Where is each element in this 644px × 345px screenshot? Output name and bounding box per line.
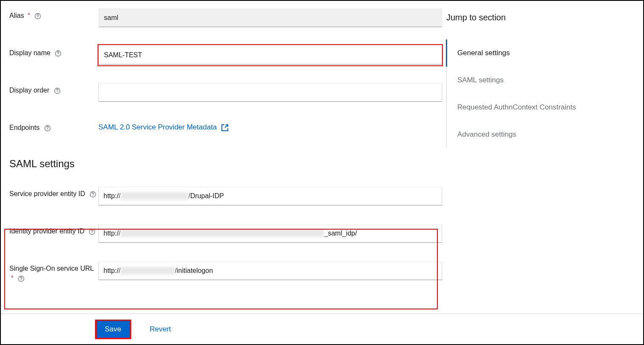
sso-url-label-text: Single Sign-On service URL	[9, 265, 94, 272]
endpoints-label-text: Endpoints	[9, 124, 39, 131]
display-order-label: Display order	[9, 83, 98, 95]
idp-entity-id-label-text: Identity provider entity ID	[9, 227, 84, 235]
sso-url-input[interactable]	[98, 261, 442, 280]
svg-point-7	[47, 129, 48, 130]
idp-entity-id-input[interactable]	[98, 224, 442, 243]
svg-point-11	[92, 233, 92, 233]
display-name-label: Display name	[9, 46, 98, 58]
alias-label: Alias *	[9, 8, 98, 20]
jump-nav-list: General settings SAML settings Requested…	[446, 39, 643, 148]
help-icon[interactable]	[89, 228, 95, 235]
jump-to-section-title: Jump to section	[446, 13, 643, 22]
revert-button[interactable]: Revert	[141, 321, 179, 338]
sp-entity-id-input[interactable]	[98, 187, 442, 205]
saml-metadata-link[interactable]: SAML 2.0 Service Provider Metadata	[98, 123, 228, 131]
nav-general-settings[interactable]: General settings	[446, 39, 643, 67]
sp-entity-id-label-text: Service provider entity ID	[9, 190, 85, 197]
svg-point-9	[93, 196, 93, 196]
display-order-label-text: Display order	[9, 87, 49, 94]
alias-input	[98, 8, 442, 27]
save-button[interactable]: Save	[96, 321, 130, 338]
nav-advanced-settings[interactable]: Advanced settings	[446, 121, 643, 148]
help-icon[interactable]	[90, 191, 96, 198]
required-indicator: *	[28, 11, 30, 18]
idp-entity-id-label: Identity provider entity ID	[9, 224, 98, 236]
sp-entity-id-label: Service provider entity ID	[9, 187, 98, 199]
svg-point-5	[57, 92, 57, 93]
help-icon[interactable]	[34, 13, 41, 20]
alias-label-text: Alias	[9, 12, 24, 19]
highlight-save: Save	[95, 320, 131, 339]
svg-point-13	[21, 280, 21, 280]
display-name-input[interactable]	[98, 46, 442, 65]
svg-point-1	[37, 17, 38, 18]
footer-bar: Save Revert	[1, 314, 643, 344]
nav-authn-context[interactable]: Requested AuthnContext Constraints	[446, 94, 643, 121]
external-link-icon	[221, 124, 228, 131]
display-order-input[interactable]	[98, 83, 442, 102]
nav-saml-settings[interactable]: SAML settings	[446, 67, 643, 94]
help-icon[interactable]	[55, 50, 62, 57]
saml-metadata-link-text: SAML 2.0 Service Provider Metadata	[98, 123, 217, 131]
required-indicator: *	[11, 274, 13, 281]
help-icon[interactable]	[18, 275, 25, 282]
display-name-label-text: Display name	[9, 49, 50, 56]
help-icon[interactable]	[44, 125, 51, 132]
help-icon[interactable]	[54, 87, 61, 94]
sso-url-label: Single Sign-On service URL *	[9, 261, 98, 283]
endpoints-label: Endpoints	[9, 121, 98, 132]
svg-point-3	[58, 55, 59, 55]
saml-settings-heading: SAML settings	[9, 158, 442, 170]
